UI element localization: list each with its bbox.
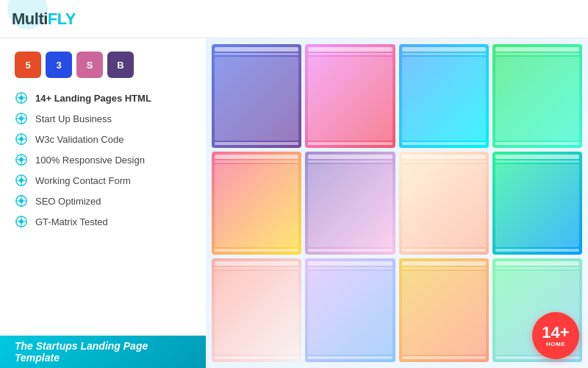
content-area: 5 3 S B 14+ Landing Pages <box>0 38 588 368</box>
screenshot-3 <box>399 44 489 148</box>
bottom-banner-text: The Startups Landing Page Template <box>15 340 191 364</box>
html5-icon: 5 <box>15 52 41 78</box>
screenshot-4 <box>492 44 582 148</box>
screenshot-1 <box>212 44 301 148</box>
screenshot-11 <box>399 258 489 362</box>
screenshot-8 <box>492 152 582 255</box>
feature-icon-gt-matrix <box>15 215 28 228</box>
header-bar: MultiFLY <box>0 0 588 38</box>
feature-icon-responsive <box>15 153 28 166</box>
features-list: 14+ Landing Pages HTML Start Up Business <box>15 91 191 228</box>
feature-text-w3c: W3c Validation Code <box>35 134 123 145</box>
feature-icon-seo <box>15 194 28 208</box>
feature-gt-matrix: GT-Matrix Tested <box>15 215 191 228</box>
feature-contact-form: Working Contact Form <box>15 174 191 187</box>
badge-number: 14+ <box>542 325 569 341</box>
feature-startup: Start Up Business <box>15 112 191 125</box>
logo-fly: FLY <box>48 10 76 28</box>
sass-icon: S <box>76 52 103 78</box>
feature-text-landing-pages: 14+ Landing Pages HTML <box>35 93 151 104</box>
screenshot-9 <box>212 258 301 362</box>
feature-text-seo: SEO Optimized <box>35 196 101 207</box>
feature-seo: SEO Optimized <box>15 194 191 208</box>
feature-responsive: 100% Responsive Design <box>15 153 191 166</box>
left-panel: 5 3 S B 14+ Landing Pages <box>0 38 206 368</box>
screenshot-7 <box>399 152 489 255</box>
screenshot-5 <box>212 152 301 255</box>
bootstrap-icon: B <box>107 52 134 78</box>
feature-text-gt-matrix: GT-Matrix Tested <box>35 216 108 227</box>
feature-icon-startup <box>15 112 28 125</box>
badge-label: HOME <box>546 341 565 347</box>
badge-14-plus: 14+ HOME <box>532 312 579 359</box>
feature-landing-pages: 14+ Landing Pages HTML <box>15 91 191 105</box>
bottom-banner: The Startups Landing Page Template <box>0 336 206 368</box>
screenshots-grid <box>212 44 582 362</box>
screenshot-2 <box>305 44 395 148</box>
screenshot-10 <box>305 258 395 362</box>
tech-icons-row: 5 3 S B <box>15 52 191 78</box>
css3-icon: 3 <box>46 52 72 78</box>
feature-icon-contact-form <box>15 174 28 187</box>
main-card: MultiFLY 5 3 S B <box>0 0 588 368</box>
feature-icon-landing-pages <box>15 91 28 105</box>
feature-text-contact-form: Working Contact Form <box>35 175 131 186</box>
right-panel: 14+ HOME <box>206 38 588 368</box>
feature-text-responsive: 100% Responsive Design <box>35 155 145 166</box>
feature-icon-w3c <box>15 132 28 146</box>
feature-text-startup: Start Up Business <box>35 113 112 124</box>
screenshot-6 <box>305 152 395 255</box>
feature-w3c: W3c Validation Code <box>15 132 191 146</box>
